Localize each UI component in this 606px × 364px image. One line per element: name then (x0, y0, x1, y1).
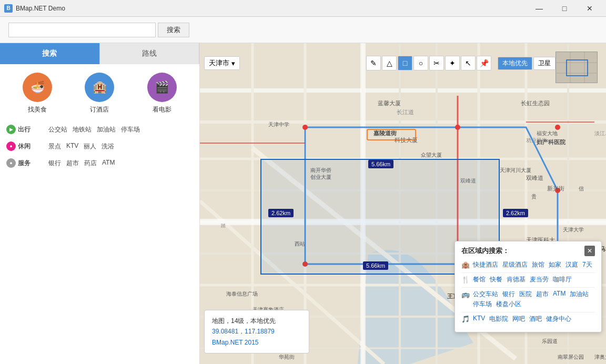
category-hotel[interactable]: 🏨 订酒店 (85, 73, 114, 114)
window-title: BMap.NET Demo (16, 5, 527, 12)
movie-label: 看电影 (153, 105, 171, 114)
sub-category-leisure: ● 休闲 景点 KTV 丽人 洗浴 (6, 141, 193, 151)
tool-rect[interactable]: □ (398, 56, 412, 70)
tool-scissors[interactable]: ✂ (429, 56, 444, 70)
main-search-input[interactable] (8, 23, 156, 37)
link-parking[interactable]: 停车场 (473, 300, 492, 309)
food-row-icon: 🍴 (461, 276, 470, 284)
measure-label-3: 5.66km (363, 261, 388, 270)
city-selector-arrow: ▾ (231, 59, 235, 67)
link-gas-station[interactable]: 加油站 (570, 290, 589, 299)
tool-triangle[interactable]: △ (382, 56, 397, 70)
popup-close-button[interactable]: ✕ (584, 246, 595, 256)
measure-label-2: 2.62km (268, 209, 294, 217)
svg-text:南翠屏公园: 南翠屏公园 (558, 354, 584, 360)
link-bar[interactable]: 酒吧 (529, 315, 542, 323)
sub-item-scenic[interactable]: 景点 (48, 142, 61, 151)
tab-search[interactable]: 搜索 (0, 43, 100, 64)
svg-text:踏: 踏 (221, 223, 226, 228)
svg-text:天津河川大厦: 天津河川大厦 (500, 167, 531, 173)
hotel-icon: 🏨 (85, 73, 114, 102)
food-icon: 🍜 (23, 73, 52, 102)
going-label: 出行 (18, 125, 31, 134)
city-name: 天津市 (209, 58, 229, 68)
popup-row-transport: 🚌 公交车站 银行 医院 超市 ATM 加油站 停车场 楼盘小区 (461, 290, 595, 309)
link-bus-stop[interactable]: 公交车站 (473, 290, 498, 299)
svg-rect-72 (556, 52, 598, 83)
svg-text:津奥大厦: 津奥大厦 (594, 354, 606, 360)
link-internet-cafe[interactable]: 网吧 (512, 315, 525, 323)
link-mcdonalds[interactable]: 麦当劳 (530, 275, 549, 284)
satellite-btn[interactable]: 卫星 (533, 57, 556, 70)
sub-category-going: ▶ 出行 公交站 地铁站 加油站 停车场 (6, 125, 193, 134)
popup-header: 在区域内搜索： ✕ (461, 246, 595, 256)
minimize-button[interactable]: — (527, 0, 551, 17)
svg-text:天津中学: 天津中学 (268, 122, 289, 127)
main-search-button[interactable]: 搜索 (158, 23, 189, 37)
link-bank[interactable]: 银行 (502, 290, 515, 299)
link-atm[interactable]: ATM (553, 290, 565, 299)
map-thumbnail (556, 52, 598, 83)
close-button[interactable]: ✕ (578, 0, 602, 17)
map-toolbar: 天津市 ▾ ✎ △ □ ○ ✂ ✦ ↖ 📌 本地优先 卫星 (204, 47, 602, 79)
sub-item-parking[interactable]: 停车场 (121, 125, 140, 134)
category-row: 🍜 找美食 🏨 订酒店 🎬 看电影 (6, 73, 193, 114)
transport-row-icon: 🚌 (461, 290, 470, 299)
link-ktv[interactable]: KTV (473, 315, 485, 323)
sub-item-atm[interactable]: ATM (102, 159, 115, 168)
hotel-links: 快捷酒店 星级酒店 旅馆 如家 汉庭 7天 (473, 260, 592, 269)
sub-item-bank[interactable]: 银行 (48, 159, 61, 168)
tool-circle[interactable]: ○ (413, 56, 428, 70)
link-kfc[interactable]: 肯德基 (507, 275, 526, 284)
tab-route[interactable]: 路线 (100, 43, 200, 64)
search-bar-area: 搜索 (0, 17, 606, 43)
tool-cursor[interactable]: ↖ (461, 56, 476, 70)
tool-pin[interactable]: 📌 (477, 56, 491, 70)
link-supermarket[interactable]: 超市 (536, 290, 549, 299)
link-rujia[interactable]: 如家 (549, 260, 561, 269)
sub-item-subway[interactable]: 地铁站 (73, 125, 92, 134)
sub-item-ktv[interactable]: KTV (66, 142, 78, 151)
svg-text:长江道: 长江道 (397, 109, 414, 115)
sub-category-service: ● 服务 银行 超市 药店 ATM (6, 158, 193, 168)
link-estate[interactable]: 楼盘小区 (496, 300, 521, 309)
svg-text:众望大厦: 众望大厦 (421, 152, 442, 158)
svg-text:长虹生态园: 长虹生态园 (521, 100, 550, 106)
sidebar: 搜索 路线 🍜 找美食 🏨 订酒店 🎬 看电影 (0, 43, 200, 364)
svg-point-26 (302, 125, 308, 130)
city-selector[interactable]: 天津市 ▾ (204, 56, 240, 70)
local-priority-btn[interactable]: 本地优先 (498, 57, 532, 70)
link-hospital[interactable]: 医院 (519, 290, 532, 299)
link-7days[interactable]: 7天 (582, 260, 592, 269)
link-fastfood[interactable]: 快餐 (490, 275, 502, 284)
svg-text:贵: 贵 (531, 194, 537, 199)
sidebar-content: 🍜 找美食 🏨 订酒店 🎬 看电影 ▶ 出行 (0, 64, 199, 364)
svg-text:天津大学: 天津大学 (563, 227, 584, 232)
link-hanting[interactable]: 汉庭 (565, 260, 578, 269)
link-restaurant[interactable]: 餐馆 (473, 275, 486, 284)
map-info-box: 地图，14级，本地优先 39.08481，117.18879 BMap.NET … (204, 310, 309, 353)
leisure-items: 景点 KTV 丽人 洗浴 (48, 142, 114, 151)
link-cinema[interactable]: 电影院 (489, 315, 508, 323)
tool-star[interactable]: ✦ (445, 56, 460, 70)
title-bar: B BMap.NET Demo — □ ✕ (0, 0, 606, 17)
sub-item-pharmacy[interactable]: 药店 (84, 159, 97, 168)
sub-item-supermarket[interactable]: 超市 (66, 159, 79, 168)
link-budget-hotel[interactable]: 快捷酒店 (473, 260, 498, 269)
popup-divider-1 (461, 272, 595, 273)
link-gym[interactable]: 健身中心 (546, 315, 571, 323)
category-food[interactable]: 🍜 找美食 (23, 73, 52, 114)
entertainment-row-icon: 🎵 (461, 315, 470, 323)
link-cafe[interactable]: 咖啡厅 (553, 275, 572, 284)
link-star-hotel[interactable]: 星级酒店 (502, 260, 528, 269)
link-hostel[interactable]: 旅馆 (532, 260, 544, 269)
sub-item-gas[interactable]: 加油站 (97, 125, 116, 134)
sub-item-bus[interactable]: 公交站 (48, 125, 67, 134)
map-area[interactable]: 长江道 劝业场街 双峰道 西湖道 蓝馨大厦 长虹生态园 天津中学 福安大地 妇产… (200, 43, 606, 364)
sub-item-bath[interactable]: 洗浴 (102, 142, 114, 151)
maximize-button[interactable]: □ (552, 0, 577, 17)
category-movie[interactable]: 🎬 看电影 (147, 73, 177, 114)
transport-links: 公交车站 银行 医院 超市 ATM 加油站 停车场 楼盘小区 (473, 290, 589, 309)
sub-item-beauty[interactable]: 丽人 (84, 142, 96, 151)
tool-pencil[interactable]: ✎ (366, 56, 381, 70)
